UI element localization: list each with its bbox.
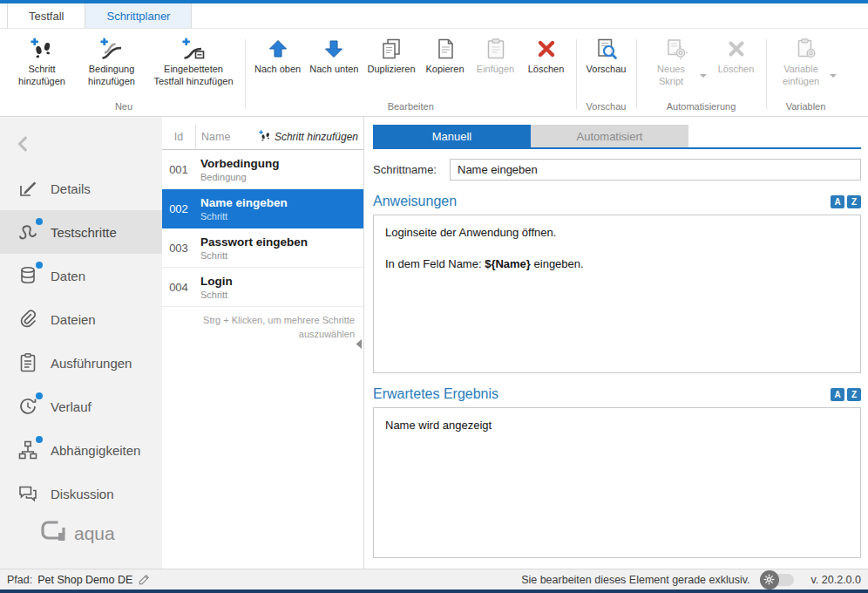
- edit-details-icon: [17, 178, 38, 199]
- step-id: 004: [162, 281, 195, 294]
- duplizieren-button[interactable]: Duplizieren: [363, 32, 418, 78]
- ribbon-group-variablen: Variable einfügen Variablen: [770, 32, 843, 116]
- step-row-001[interactable]: 001 Vorbedingung Bedingung: [162, 150, 363, 189]
- text-format-z-icon[interactable]: Z: [847, 388, 861, 401]
- step-name: Passwort eingeben: [200, 235, 360, 249]
- discussion-icon: [17, 483, 38, 504]
- step-name-input[interactable]: [450, 159, 861, 181]
- tab-schrittplaner[interactable]: Schrittplaner: [85, 3, 192, 28]
- ribbon-group-automatisierung: Neues Skript Löschen Automatisierung: [640, 32, 763, 116]
- document-tab-bar: Testfall Schrittplaner: [0, 0, 868, 29]
- button-label: Neues Skript: [646, 64, 697, 88]
- copy-icon: [434, 37, 457, 61]
- column-header-id: Id: [162, 131, 195, 143]
- sidebar-item-ausfuehrungen[interactable]: Ausführungen: [0, 341, 162, 385]
- step-row-003[interactable]: 003 Passwort eingeben Schritt: [162, 228, 363, 268]
- ergebnis-textarea[interactable]: Name wird angezeigt: [373, 407, 861, 558]
- nach-unten-button[interactable]: Nach unten: [306, 32, 362, 78]
- steps-list-header: Id Name Schritt hinzufügen: [162, 125, 363, 150]
- chevron-left-icon: [14, 134, 33, 153]
- text-format-a-icon[interactable]: A: [831, 195, 844, 208]
- notification-dot: [36, 392, 43, 399]
- condition-add-icon: [100, 37, 123, 61]
- nach-oben-button[interactable]: Nach oben: [251, 32, 304, 78]
- group-label-bearbeiten: Bearbeiten: [251, 98, 571, 116]
- bottom-accent-bar: [0, 590, 868, 593]
- tab-automatisiert[interactable]: Automatisiert: [531, 125, 688, 147]
- settings-toggle[interactable]: [764, 574, 794, 586]
- step-row-002[interactable]: 002 Name eingeben Schritt: [162, 189, 363, 228]
- tab-testfall[interactable]: Testfall: [7, 3, 85, 28]
- neues-skript-button[interactable]: Neues Skript: [642, 32, 710, 90]
- step-type: Schritt: [200, 211, 360, 222]
- preview-magnifier-icon: [595, 37, 618, 61]
- button-label: Löschen: [718, 64, 755, 76]
- sidebar-item-label: Abhängigkeiten: [51, 443, 140, 458]
- toggle-pill: [764, 574, 794, 586]
- footprints-add-icon: [31, 37, 53, 61]
- footprints-add-small-icon: [259, 130, 271, 145]
- duplicate-icon: [380, 37, 403, 61]
- delete-x-icon: [536, 37, 557, 61]
- button-label: Löschen: [528, 64, 565, 76]
- column-header-name: Name: [195, 125, 230, 149]
- button-label: Eingebetteten Testfall hinzufügen: [151, 64, 236, 88]
- einfuegen-button[interactable]: Einfügen: [471, 32, 520, 78]
- step-type: Bedingung: [200, 172, 360, 182]
- add-step-link[interactable]: Schritt hinzufügen: [259, 130, 358, 145]
- variable-token: ${Name}: [485, 257, 531, 270]
- delete-script-x-icon: [726, 37, 747, 61]
- tab-manuell[interactable]: Manuell: [373, 125, 531, 147]
- arrow-up-icon: [268, 37, 288, 61]
- path-label: Pfad:: [7, 574, 32, 586]
- schritt-hinzufuegen-button[interactable]: Schritt hinzufügen: [8, 32, 76, 90]
- group-label-neu: Neu: [8, 98, 240, 116]
- database-icon: [17, 265, 38, 286]
- text-format-a-icon[interactable]: A: [831, 388, 844, 401]
- dependencies-icon: [17, 440, 38, 460]
- bedingung-hinzufuegen-button[interactable]: Bedingung hinzufügen: [78, 32, 146, 90]
- sidebar-item-diskussion[interactable]: Diskussion: [0, 472, 162, 515]
- group-label-automatisierung: Automatisierung: [642, 98, 761, 116]
- sidebar-item-label: Details: [51, 181, 91, 196]
- step-name: Name eingeben: [200, 196, 360, 209]
- variable-einfuegen-button[interactable]: Variable einfügen: [772, 32, 840, 90]
- ergebnis-header: Erwartetes Ergebnis A Z: [373, 386, 861, 402]
- button-label: Einfügen: [477, 64, 514, 76]
- ribbon-group-bearbeiten: Nach oben Nach unten Duplizieren: [248, 32, 573, 116]
- edit-path-icon[interactable]: [138, 573, 151, 586]
- ribbon-separator: [766, 39, 767, 109]
- sidebar-item-verlauf[interactable]: Verlauf: [0, 385, 162, 428]
- version-label: v. 20.2.0.0: [811, 574, 861, 586]
- skript-loeschen-button[interactable]: Löschen: [712, 32, 761, 78]
- section-title-anweisungen: Anweisungen: [373, 194, 457, 209]
- sidebar-item-label: Ausführungen: [51, 356, 132, 371]
- sidebar-item-details[interactable]: Details: [0, 167, 162, 210]
- vorschau-button[interactable]: Vorschau: [582, 32, 631, 78]
- aqua-logo-text: aqua: [74, 523, 115, 544]
- anweisungen-textarea[interactable]: Loginseite der Anwendung öffnen. In dem …: [373, 215, 861, 373]
- exclusive-edit-message: Sie bearbeiten dieses Element gerade exk…: [521, 574, 749, 586]
- notification-dot: [36, 262, 43, 269]
- history-icon: [17, 396, 38, 417]
- kopieren-button[interactable]: Kopieren: [421, 32, 470, 78]
- sidebar-collapse-button[interactable]: [0, 127, 162, 167]
- path-value[interactable]: Pet Shop Demo DE: [37, 574, 132, 586]
- eingebetteten-testfall-hinzufuegen-button[interactable]: Eingebetteten Testfall hinzufügen: [147, 32, 240, 90]
- group-label-variablen: Variablen: [772, 98, 840, 116]
- step-row-004[interactable]: 004 Login Schritt: [162, 268, 363, 307]
- result-line-1: Name wird angezeigt: [385, 418, 849, 433]
- sidebar-item-daten[interactable]: Daten: [0, 254, 162, 297]
- step-type: Schritt: [200, 290, 360, 300]
- panel-collapse-icon[interactable]: [356, 339, 362, 349]
- embedded-testcase-add-icon: [182, 37, 205, 61]
- sidebar-item-abhaengigkeiten[interactable]: Abhängigkeiten: [0, 428, 162, 472]
- button-label: Vorschau: [587, 64, 627, 76]
- step-name-label: Schrittname:: [373, 163, 441, 176]
- sidebar-item-label: Diskussion: [51, 487, 114, 501]
- ribbon-group-vorschau: Vorschau Vorschau: [580, 32, 634, 116]
- text-format-z-icon[interactable]: Z: [847, 195, 861, 208]
- sidebar-item-dateien[interactable]: Dateien: [0, 297, 162, 341]
- sidebar-item-testschritte[interactable]: Testschritte: [0, 210, 162, 254]
- loeschen-button[interactable]: Löschen: [522, 32, 571, 78]
